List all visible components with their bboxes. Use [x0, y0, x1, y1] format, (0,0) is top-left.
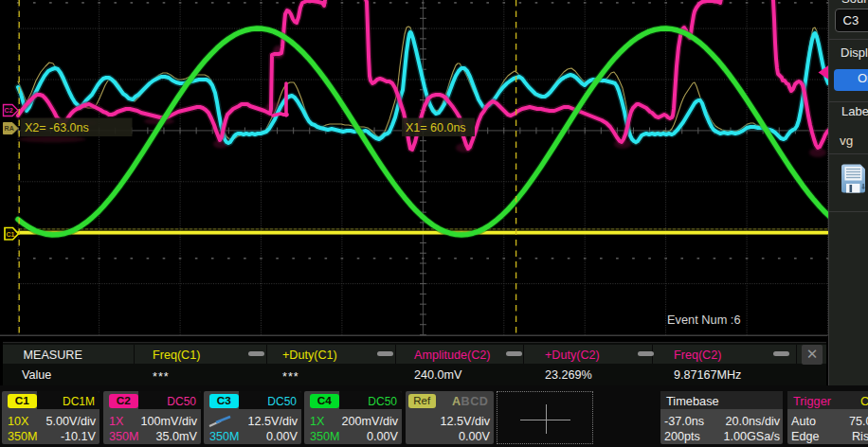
svg-text:C2: C2 [5, 107, 13, 114]
svg-text:X1= 60.0ns: X1= 60.0ns [406, 121, 466, 134]
svg-text:C1: C1 [6, 231, 14, 238]
svg-text:RA: RA [5, 125, 14, 132]
svg-text:Event Num :6: Event Num :6 [667, 313, 741, 327]
svg-text:X2= -63.0ns: X2= -63.0ns [25, 121, 89, 134]
